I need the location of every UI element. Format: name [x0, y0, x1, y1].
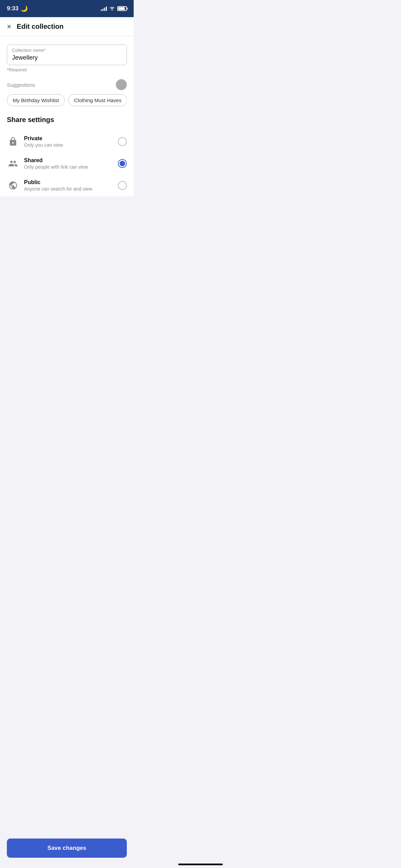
collection-name-field[interactable]: Collection name* — [7, 45, 127, 65]
wifi-icon — [109, 6, 115, 12]
page-title: Edit collection — [17, 23, 64, 31]
private-desc: Only you can view — [24, 142, 113, 148]
collection-name-label: Collection name* — [12, 48, 122, 53]
share-settings-title: Share settings — [7, 116, 127, 124]
moon-icon: 🌙 — [21, 5, 28, 12]
shared-option[interactable]: Shared Only people with link can view — [7, 153, 127, 174]
shared-label: Shared — [24, 157, 113, 164]
private-option[interactable]: Private Only you can view — [7, 131, 127, 153]
chip-birthday-wishlist[interactable]: My Birthday Wishlist — [7, 94, 65, 106]
close-button[interactable]: × — [7, 23, 11, 31]
suggestions-label: Suggestions — [7, 82, 35, 88]
shared-desc: Only people with link can view — [24, 164, 113, 170]
public-text: Public Anyone can search for and view — [24, 179, 113, 192]
suggestion-chips: My Birthday Wishlist Clothing Must Haves… — [7, 94, 127, 108]
suggestions-header: Suggestions — [7, 79, 127, 90]
lock-icon — [7, 135, 19, 148]
collection-name-input[interactable] — [12, 54, 122, 61]
people-icon — [7, 157, 19, 170]
public-option[interactable]: Public Anyone can search for and view — [7, 174, 127, 196]
shared-text: Shared Only people with link can view — [24, 157, 113, 170]
chip-clothing-must-haves[interactable]: Clothing Must Haves — [68, 94, 127, 106]
header: × Edit collection — [0, 17, 134, 36]
status-bar: 9:33 🌙 — [0, 0, 134, 17]
private-label: Private — [24, 135, 113, 142]
public-desc: Anyone can search for and view — [24, 186, 113, 192]
required-indicator: *Required — [7, 67, 127, 72]
battery-icon — [117, 6, 127, 11]
shared-radio[interactable] — [118, 159, 127, 168]
status-time: 9:33 🌙 — [7, 5, 28, 12]
public-label: Public — [24, 179, 113, 185]
main-content: Collection name* *Required Suggestions M… — [0, 36, 134, 196]
status-icons — [101, 6, 127, 12]
public-radio[interactable] — [118, 181, 127, 190]
content-spacer — [0, 196, 134, 299]
private-radio[interactable] — [118, 137, 127, 146]
signal-icon — [101, 6, 107, 11]
globe-icon — [7, 179, 19, 192]
suggestions-toggle[interactable] — [116, 79, 127, 90]
private-text: Private Only you can view — [24, 135, 113, 148]
